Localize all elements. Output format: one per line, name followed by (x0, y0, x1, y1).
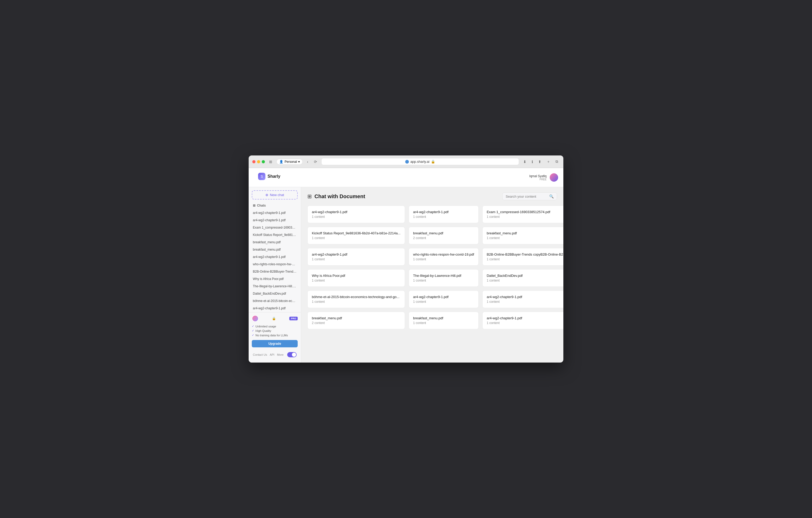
document-card[interactable]: ar4-wg2-chapter9-1.pdf 1 content (409, 291, 478, 308)
doc-content-count: 1 content (413, 257, 474, 261)
user-plan: FREE (529, 178, 547, 181)
chat-list-item[interactable]: B2B-Online-B2BBuyer-Trends c... (251, 268, 299, 275)
chat-list-item[interactable]: breakfast_menu.pdf (251, 239, 299, 246)
doc-content-count: 1 content (312, 215, 401, 219)
document-card[interactable]: böhme-et-al-2015-bitcoin-economics-techn… (308, 291, 405, 308)
chat-list-item[interactable]: ar4-wg2-chapter9-1.pdf (251, 305, 299, 312)
chat-list-item[interactable]: who-rights-roles-respon-hw-co... (251, 261, 299, 268)
share-icon[interactable]: ⬆ (536, 159, 543, 164)
download-icon[interactable]: ⬇ (522, 159, 528, 164)
main-content: ⊞ Chat with Document 🔍 ar4-wg2-chapter9-… (301, 187, 563, 363)
minimize-button[interactable] (257, 160, 260, 163)
doc-content-count: 1 content (413, 279, 474, 282)
chat-list-item[interactable]: ar4-wg2-chapter9-1.pdf (251, 253, 299, 260)
footer-link[interactable]: Contact Us (253, 353, 267, 356)
document-card[interactable]: breakfast_menu.pdf 2 content (308, 312, 405, 329)
search-icon[interactable]: 🔍 (549, 194, 554, 199)
doc-name: The-Illegal-by-Lawrence-Hill.pdf (413, 274, 474, 278)
doc-name: breakfast_menu.pdf (312, 316, 401, 320)
user-avatar[interactable] (550, 173, 558, 182)
document-card[interactable]: B2B-Online-B2BBuyer-Trends copyB2B-Onlin… (482, 248, 563, 266)
chats-section-label: ⊞ Chats (249, 203, 301, 209)
doc-content-count: 1 content (312, 279, 401, 282)
main-header: ⊞ Chat with Document 🔍 (308, 192, 557, 200)
logo-icon: S (258, 173, 265, 180)
user-name: Iqmal Syafiq (529, 174, 547, 178)
chat-list-item[interactable]: breakfast_menu.pdf (251, 246, 299, 253)
feature-list: ✓Unlimited usage✓High Quality✓No trainin… (252, 324, 298, 337)
new-tab-icon[interactable]: ＋ (545, 159, 552, 164)
doc-content-count: 1 content (312, 257, 401, 261)
chat-list: ar4-wg2-chapter9-1.pdfar4-wg2-chapter9-1… (249, 209, 301, 312)
doc-name: B2B-Online-B2BBuyer-Trends copyB2B-Onlin… (487, 252, 563, 256)
app-layout: S Sharly Iqmal Syafiq FREE ⊕ New chat ⊞ (249, 168, 563, 363)
doc-content-count: 1 content (487, 321, 563, 325)
doc-name: Kickoff Status Report_9e881636-6b2d-407a… (312, 231, 401, 235)
chat-list-item[interactable]: Dattel_BackEndDev.pdf (251, 290, 299, 297)
chat-list-item[interactable]: Kickoff Status Report_9e88163... (251, 232, 299, 238)
document-card[interactable]: breakfast_menu.pdf 1 content (409, 312, 478, 329)
new-chat-button[interactable]: ⊕ New chat (252, 190, 298, 200)
forward-button[interactable]: ⟳ (312, 159, 319, 164)
document-card[interactable]: breakfast_menu.pdf 2 content (409, 227, 478, 244)
doc-name: ar4-wg2-chapter9-1.pdf (487, 295, 563, 299)
sidebar-toggle[interactable]: ⊞ (267, 159, 274, 164)
search-bar[interactable]: 🔍 (502, 192, 557, 200)
chat-list-item[interactable]: Why is Africa Poor.pdf (251, 276, 299, 282)
doc-name: breakfast_menu.pdf (413, 231, 474, 235)
feature-item: ✓High Quality (252, 329, 298, 333)
doc-name: breakfast_menu.pdf (413, 316, 474, 320)
back-button[interactable]: ‹ (305, 159, 310, 164)
user-avatar-small (252, 315, 259, 322)
footer-links: Contact UsAPIMore (249, 350, 301, 359)
sidebar-footer: 🔒 PRO ✓Unlimited usage✓High Quality✓No t… (249, 312, 301, 350)
favicon (405, 160, 409, 163)
chat-list-item[interactable]: ar4-wg2-chapter9-1.pdf (251, 217, 299, 223)
info-icon[interactable]: ℹ (530, 159, 534, 164)
user-info: Iqmal Syafiq FREE (529, 174, 547, 181)
tabs-icon[interactable]: ⧉ (554, 159, 560, 164)
address-bar[interactable]: app.sharly.ai 🔒 (321, 158, 519, 165)
chat-list-item[interactable]: ar4-wg2-chapter9-1.pdf (251, 209, 299, 216)
browser-chrome: ⊞ 👤 Personal ▾ ‹ ⟳ app.sharly.ai 🔒 ⬇ ℹ ⬆… (249, 155, 563, 168)
chat-list-item[interactable]: The-Illegal-by-Lawrence-Hill.pdf (251, 283, 299, 290)
doc-name: Dattel_BackEndDev.pdf (487, 274, 563, 278)
document-card[interactable]: ar4-wg2-chapter9-1.pdf 1 content (308, 206, 405, 223)
document-card[interactable]: ar4-wg2-chapter9-1.pdf 1 content (308, 248, 405, 266)
dark-mode-toggle[interactable] (287, 352, 297, 357)
document-card[interactable]: Why is Africa Poor.pdf 1 content (308, 269, 405, 287)
document-card[interactable]: ar4-wg2-chapter9-1.pdf 1 content (482, 312, 563, 329)
profile-pill[interactable]: 👤 Personal ▾ (277, 159, 303, 164)
document-card[interactable]: who-rights-roles-respon-hw-covid-19.pdf … (409, 248, 478, 266)
document-card[interactable]: Kickoff Status Report_9e881636-6b2d-407a… (308, 227, 405, 244)
footer-link[interactable]: API (270, 353, 274, 356)
chat-list-item[interactable]: Exam 1_compressed-16903385... (251, 224, 299, 231)
sidebar-footer-top: 🔒 PRO (252, 315, 298, 322)
doc-name: ar4-wg2-chapter9-1.pdf (312, 210, 401, 214)
search-input[interactable] (506, 194, 548, 199)
doc-name: böhme-et-al-2015-bitcoin-economics-techn… (312, 295, 401, 299)
app-logo: S Sharly (254, 171, 285, 184)
document-card[interactable]: The-Illegal-by-Lawrence-Hill.pdf 1 conte… (409, 269, 478, 287)
new-chat-label: New chat (270, 193, 284, 197)
maximize-button[interactable] (262, 160, 265, 163)
document-card[interactable]: Exam 1_compressed-1690338512574.pdf 1 co… (482, 206, 563, 223)
chat-list-item[interactable]: böhme-et-al-2015-bitcoin-econ... (251, 298, 299, 304)
doc-content-count: 1 content (413, 215, 474, 219)
footer-link[interactable]: More (277, 353, 284, 356)
close-button[interactable] (252, 160, 256, 163)
document-card[interactable]: ar4-wg2-chapter9-1.pdf 1 content (482, 291, 563, 308)
upgrade-button[interactable]: Upgrade (252, 340, 298, 347)
doc-content-count: 1 content (413, 300, 474, 304)
doc-content-count: 1 content (487, 257, 563, 261)
traffic-lights (252, 160, 265, 163)
document-card[interactable]: breakfast_menu.pdf 1 content (482, 227, 563, 244)
document-card[interactable]: Dattel_BackEndDev.pdf 1 content (482, 269, 563, 287)
check-icon: ✓ (252, 325, 254, 328)
doc-name: Why is Africa Poor.pdf (312, 274, 401, 278)
lock-icon: 🔒 (431, 160, 435, 163)
sidebar: ⊕ New chat ⊞ Chats ar4-wg2-chapter9-1.pd… (249, 187, 301, 363)
doc-content-count: 1 content (487, 215, 563, 219)
document-card[interactable]: ar4-wg2-chapter9-1.pdf 1 content (409, 206, 478, 223)
top-header: S Sharly Iqmal Syafiq FREE (249, 168, 563, 187)
